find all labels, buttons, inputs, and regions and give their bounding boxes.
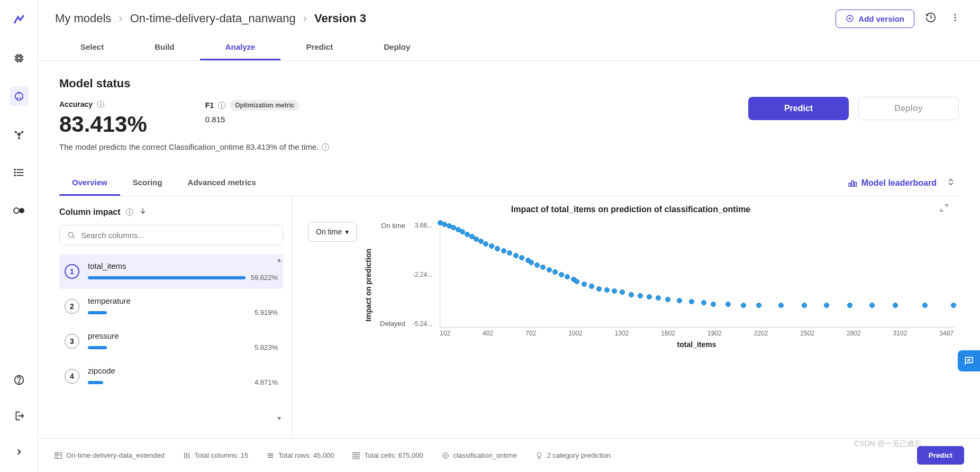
scatter-point[interactable] bbox=[725, 302, 731, 307]
column-impact-item[interactable]: 1 total_items 59.622% bbox=[59, 254, 283, 289]
scatter-point[interactable] bbox=[802, 303, 807, 308]
scatter-point[interactable] bbox=[534, 262, 540, 268]
info-icon[interactable]: i bbox=[218, 102, 225, 109]
info-icon[interactable]: i bbox=[126, 208, 133, 216]
help-icon[interactable] bbox=[10, 370, 29, 389]
app-logo-icon[interactable] bbox=[10, 11, 29, 30]
more-icon[interactable] bbox=[947, 10, 963, 28]
scatter-point[interactable] bbox=[489, 243, 494, 249]
scatter-point[interactable] bbox=[647, 294, 652, 299]
column-impact-item[interactable]: 2 temperature 5.919% bbox=[59, 289, 283, 324]
scatter-point[interactable] bbox=[741, 303, 746, 308]
tab-analyze[interactable]: Analyze bbox=[200, 33, 281, 60]
history-icon[interactable] bbox=[922, 8, 940, 29]
xtick: 102 bbox=[440, 330, 450, 337]
class-selector[interactable]: On time ▾ bbox=[308, 222, 357, 242]
scatter-point[interactable] bbox=[513, 253, 519, 258]
subtab-advanced[interactable]: Advanced metrics bbox=[175, 170, 269, 196]
column-impact-item[interactable]: 4 zipcode 4.871% bbox=[59, 359, 283, 394]
scatter-point[interactable] bbox=[483, 241, 488, 247]
chat-icon[interactable] bbox=[958, 350, 980, 371]
scatter-point[interactable] bbox=[507, 250, 512, 256]
svg-rect-40 bbox=[55, 452, 61, 458]
scatter-point[interactable] bbox=[574, 279, 579, 284]
scatter-point[interactable] bbox=[869, 303, 875, 308]
predict-button[interactable]: Predict bbox=[748, 97, 849, 120]
search-input[interactable] bbox=[81, 231, 275, 240]
scatter-point[interactable] bbox=[589, 284, 594, 289]
scatter-point[interactable] bbox=[638, 293, 643, 298]
analyze-nav-icon[interactable] bbox=[10, 87, 29, 106]
expand-chart-icon[interactable] bbox=[940, 204, 948, 214]
scatter-point[interactable] bbox=[604, 287, 610, 293]
xtick: 402 bbox=[483, 330, 493, 337]
logout-icon[interactable] bbox=[10, 406, 29, 425]
scatter-point[interactable] bbox=[701, 300, 706, 305]
scatter-point[interactable] bbox=[565, 274, 570, 279]
svg-rect-36 bbox=[855, 183, 857, 187]
footer-predict-button[interactable]: Predict bbox=[917, 446, 964, 465]
sub-tabs: Overview Scoring Advanced metrics Model … bbox=[59, 170, 959, 196]
scatter-point[interactable] bbox=[547, 267, 552, 273]
scatter-point[interactable] bbox=[582, 282, 587, 287]
model-leaderboard-link[interactable]: Model leaderboard bbox=[848, 178, 943, 188]
scatter-point[interactable] bbox=[665, 297, 670, 302]
scatter-point[interactable] bbox=[847, 303, 852, 308]
info-icon[interactable]: i bbox=[322, 143, 329, 151]
scatter-point[interactable] bbox=[501, 248, 506, 253]
column-impact-list[interactable]: ▴ ▾ 1 total_items 59.622%2 temperature 5… bbox=[59, 254, 283, 438]
impact-bar bbox=[88, 346, 107, 349]
subtab-scoring[interactable]: Scoring bbox=[120, 170, 175, 196]
sort-down-icon[interactable] bbox=[139, 207, 147, 217]
subtab-overview[interactable]: Overview bbox=[59, 170, 120, 196]
search-columns[interactable] bbox=[59, 225, 283, 246]
scatter-point[interactable] bbox=[620, 289, 625, 295]
scatter-point[interactable] bbox=[922, 303, 928, 308]
deploy-button[interactable]: Deploy bbox=[858, 97, 959, 120]
rank-badge: 1 bbox=[65, 264, 79, 279]
scatter-point[interactable] bbox=[519, 255, 524, 260]
breadcrumb-root[interactable]: My models bbox=[55, 12, 111, 25]
scatter-point[interactable] bbox=[495, 246, 500, 251]
scatter-point[interactable] bbox=[756, 303, 761, 308]
scatter-point[interactable] bbox=[824, 303, 829, 308]
chip-icon[interactable] bbox=[10, 49, 29, 68]
scatter-point[interactable] bbox=[596, 286, 602, 292]
scatter-point[interactable] bbox=[629, 292, 634, 297]
scatter-point[interactable] bbox=[951, 303, 956, 308]
scatter-plot[interactable] bbox=[440, 222, 954, 328]
scatter-point[interactable] bbox=[656, 295, 661, 301]
breadcrumb-project[interactable]: On-time-delivery-data_nanwang bbox=[130, 12, 296, 25]
tab-select[interactable]: Select bbox=[55, 33, 129, 60]
add-version-button[interactable]: Add version bbox=[836, 10, 914, 28]
scatter-point[interactable] bbox=[540, 265, 546, 270]
graph-icon[interactable] bbox=[10, 125, 29, 144]
y-cat-bottom: Delayed bbox=[380, 320, 405, 328]
scatter-point[interactable] bbox=[559, 272, 564, 277]
scatter-point[interactable] bbox=[529, 260, 534, 265]
toggle-icon[interactable] bbox=[10, 201, 29, 220]
svg-point-33 bbox=[955, 20, 956, 21]
tab-deploy[interactable]: Deploy bbox=[358, 33, 435, 60]
scatter-point[interactable] bbox=[893, 303, 898, 308]
xticks: 1024027021002130216021902220225022802310… bbox=[440, 330, 954, 337]
svg-point-22 bbox=[14, 172, 15, 173]
scatter-point[interactable] bbox=[711, 302, 716, 307]
scatter-point[interactable] bbox=[612, 288, 617, 294]
scatter-point[interactable] bbox=[552, 269, 558, 275]
scroll-down-icon[interactable]: ▾ bbox=[277, 414, 281, 422]
scatter-point[interactable] bbox=[689, 299, 694, 304]
tab-predict[interactable]: Predict bbox=[280, 33, 358, 60]
collapse-icon[interactable] bbox=[943, 174, 959, 192]
info-icon[interactable]: i bbox=[97, 101, 104, 108]
scatter-point[interactable] bbox=[677, 298, 682, 303]
footer-dataset[interactable]: On-time-delivery-data_extended bbox=[54, 451, 165, 460]
impact-value: 5.919% bbox=[255, 308, 278, 316]
expand-sidebar-icon[interactable] bbox=[10, 442, 29, 461]
column-impact-item[interactable]: 3 pressure 5.823% bbox=[59, 324, 283, 359]
list-icon[interactable] bbox=[10, 163, 29, 182]
scatter-point[interactable] bbox=[778, 303, 784, 308]
xtick: 3102 bbox=[893, 330, 908, 337]
tab-build[interactable]: Build bbox=[129, 33, 200, 60]
scroll-up-icon[interactable]: ▴ bbox=[277, 255, 281, 264]
